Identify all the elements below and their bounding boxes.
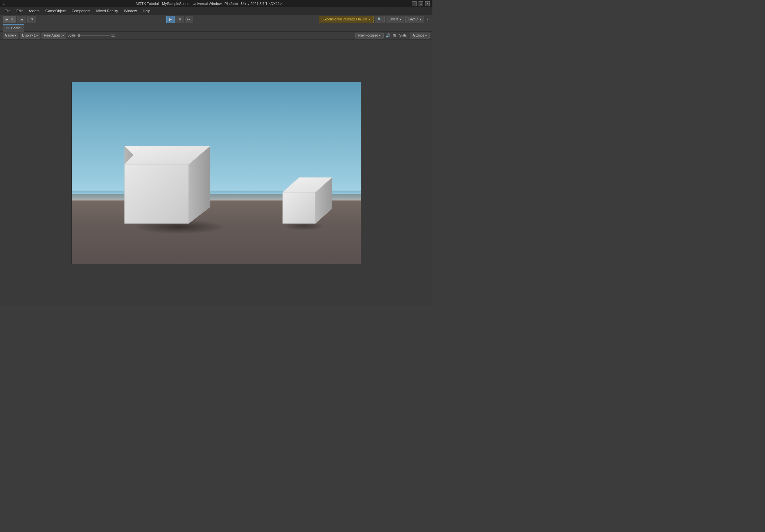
cloud-button[interactable]: ☁ <box>17 16 26 23</box>
audio-button[interactable]: 🔊 <box>385 33 390 38</box>
display-button[interactable]: Display 1 ▾ <box>20 33 40 39</box>
layers-label: Layers <box>388 17 398 21</box>
unity-icon: ⊕ <box>3 2 6 6</box>
main-content <box>0 40 432 306</box>
menu-gameobject[interactable]: GameObject <box>43 8 69 14</box>
game-toolbar-left: Game ▾ Display 1 ▾ Free Aspect ▾ Scale 1… <box>3 33 354 39</box>
scale-label: Scale <box>68 34 76 37</box>
layout-dropdown-icon: ▾ <box>419 17 421 21</box>
menu-help[interactable]: Help <box>140 8 153 14</box>
layout-button[interactable]: Layout ▾ <box>405 16 424 23</box>
gizmos-dropdown-icon: ▾ <box>425 34 427 37</box>
settings-button[interactable]: ⚙ <box>27 16 36 23</box>
game-tab[interactable]: 🎮 Game <box>3 24 24 32</box>
game-scene-svg <box>72 82 361 264</box>
game-dropdown-icon: ▾ <box>14 34 16 37</box>
menu-bar: File Edit Assets GameObject Component Mi… <box>0 7 432 14</box>
layers-dropdown-icon: ▾ <box>400 17 401 21</box>
experimental-packages-button[interactable]: Experimental Packages In Use ▾ <box>319 16 374 23</box>
game-tab-label: Game <box>11 26 21 30</box>
aspect-dropdown-icon: ▾ <box>62 34 64 37</box>
search-button[interactable]: 🔍 <box>375 16 384 23</box>
maximize-button[interactable]: □ <box>418 1 423 6</box>
game-dropdown-button[interactable]: Game ▾ <box>3 33 18 39</box>
tv-button[interactable]: ▶ TV <box>3 16 16 23</box>
main-toolbar: ▶ TV ☁ ⚙ ▶ ⏸ ⏭ Experimental Packages In … <box>0 14 432 24</box>
aspect-label: Free Aspect <box>44 34 61 37</box>
pause-button[interactable]: ⏸ <box>176 16 184 23</box>
separator-1 <box>39 16 39 23</box>
menu-component[interactable]: Component <box>69 8 93 14</box>
game-label: Game <box>5 34 14 37</box>
game-viewport <box>71 82 361 264</box>
grid-button[interactable]: ⊞ <box>392 33 396 38</box>
layers-button[interactable]: Layers ▾ <box>385 16 404 23</box>
play-focused-button[interactable]: Play Focused ▾ <box>355 33 384 39</box>
display-dropdown-icon: ▾ <box>36 34 38 37</box>
game-toolbar: Game ▾ Display 1 ▾ Free Aspect ▾ Scale 1… <box>0 32 432 40</box>
menu-window[interactable]: Window <box>121 8 139 14</box>
three-dots-icon[interactable]: ⋮ <box>425 17 430 22</box>
tools-group: ▶ TV ☁ ⚙ <box>3 16 36 23</box>
menu-assets[interactable]: Assets <box>26 8 42 14</box>
tab-bar: 🎮 Game <box>0 24 432 32</box>
game-tab-icon: 🎮 <box>6 26 10 30</box>
play-controls: ▶ ⏸ ⏭ <box>166 16 193 23</box>
gizmos-label: Gizmos <box>413 34 424 37</box>
minimize-button[interactable]: — <box>412 1 416 6</box>
play-button[interactable]: ▶ <box>166 16 175 23</box>
svg-marker-7 <box>125 164 189 224</box>
scale-thumb[interactable] <box>78 34 80 37</box>
layout-label: Layout <box>408 17 418 21</box>
aspect-button[interactable]: Free Aspect ▾ <box>42 33 66 39</box>
menu-mixed-reality[interactable]: Mixed Reality <box>94 8 121 14</box>
right-toolbar-group: Experimental Packages In Use ▾ 🔍 Layers … <box>319 16 430 23</box>
display-label: Display 1 <box>22 34 36 37</box>
game-toolbar-right: Play Focused ▾ 🔊 ⊞ Stats Gizmos ▾ <box>355 33 430 39</box>
scale-track[interactable] <box>77 35 110 36</box>
scale-value: 1x <box>111 34 115 37</box>
play-focused-dropdown-icon: ▾ <box>379 34 381 37</box>
window-controls: — □ ✕ <box>412 1 430 6</box>
gizmos-button[interactable]: Gizmos ▾ <box>410 33 430 39</box>
stats-button[interactable]: Stats <box>398 33 408 38</box>
svg-marker-10 <box>283 192 316 224</box>
step-button[interactable]: ⏭ <box>185 16 193 23</box>
close-button[interactable]: ✕ <box>425 1 430 6</box>
title-bar: ⊕ MRTK Tutorial - MySampleScene - Univer… <box>0 0 432 7</box>
search-icon: 🔍 <box>378 17 382 21</box>
scale-container: Scale 1x <box>68 34 115 37</box>
menu-file[interactable]: File <box>2 8 13 14</box>
play-focused-label: Play Focused <box>358 34 379 37</box>
menu-edit[interactable]: Edit <box>14 8 25 14</box>
window-title: MRTK Tutorial - MySampleScene - Universa… <box>6 2 412 6</box>
